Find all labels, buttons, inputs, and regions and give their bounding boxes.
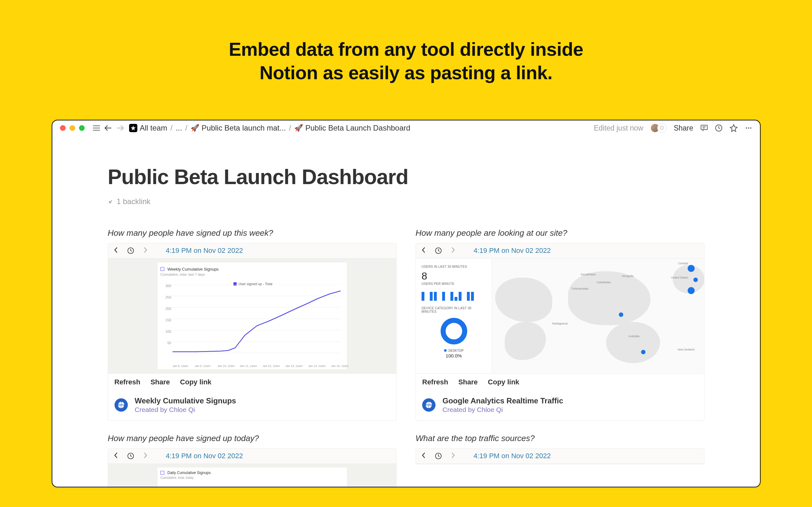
clock-icon[interactable] bbox=[127, 452, 134, 459]
daily-chart: Daily Cumulative Signups Cumulative, tot… bbox=[157, 467, 347, 487]
embed-prev-button[interactable] bbox=[113, 247, 119, 255]
embed-toolbar: 4:19 PM on Nov 02 2022 bbox=[108, 243, 397, 259]
embed-actions: Refresh Share Copy link bbox=[416, 373, 704, 391]
svg-rect-3 bbox=[701, 125, 707, 130]
embed-prev-button[interactable] bbox=[113, 452, 119, 460]
embed-weekly-signups: 4:19 PM on Nov 02 2022 Weekly Cumulative… bbox=[108, 243, 397, 421]
presence-avatars[interactable]: D bbox=[650, 123, 667, 133]
donut-chart bbox=[441, 318, 467, 344]
page-title: Public Beta Launch Dashboard bbox=[108, 165, 705, 189]
copy-link-button[interactable]: Copy link bbox=[180, 378, 212, 386]
forward-button[interactable] bbox=[116, 125, 124, 131]
section-title: How many people are looking at our site? bbox=[415, 228, 705, 238]
chart-title: Weekly Cumulative Signups bbox=[160, 267, 344, 272]
embed-toolbar: 4:19 PM on Nov 02 2022 bbox=[108, 449, 397, 464]
tool-icon bbox=[114, 398, 128, 412]
section-title: What are the top traffic sources? bbox=[415, 434, 705, 443]
embed-name: Weekly Cumulative Signups bbox=[135, 396, 236, 405]
favorite-icon[interactable] bbox=[729, 124, 738, 132]
svg-point-9 bbox=[750, 127, 751, 129]
breadcrumb-parent[interactable]: 🚀 Public Beta launch mat... bbox=[191, 124, 286, 132]
chart-subtitle: Cumulative, total, last 7 days bbox=[160, 273, 344, 276]
embed-toolbar: 4:19 PM on Nov 02 2022 bbox=[416, 243, 704, 259]
signups-line bbox=[172, 285, 341, 354]
analytics-device-pct: 100.0% bbox=[446, 353, 462, 358]
embed-prev-button[interactable] bbox=[420, 247, 427, 255]
analytics-label-users30: USERS IN LAST 30 MINUTES bbox=[421, 265, 486, 268]
clock-icon[interactable] bbox=[435, 247, 442, 254]
refresh-button[interactable]: Refresh bbox=[114, 378, 141, 386]
backlink-button[interactable]: 1 backlink bbox=[108, 197, 705, 206]
breadcrumb-team-label: All team bbox=[140, 124, 167, 132]
analytics-stats-card: USERS IN LAST 30 MINUTES 8 USERS PER MIN… bbox=[416, 259, 492, 373]
embed-analytics: 4:19 PM on Nov 02 2022 USERS IN LAST 30 … bbox=[415, 243, 705, 421]
analytics-map: Kazakhstan Uzbekistan Turkmenistan Mongo… bbox=[492, 259, 704, 373]
breadcrumb-parent-label: Public Beta launch mat... bbox=[202, 124, 286, 132]
svg-point-8 bbox=[748, 127, 749, 129]
edited-status: Edited just now bbox=[594, 124, 643, 132]
breadcrumb-team[interactable]: All team bbox=[129, 124, 167, 132]
embed-next-button[interactable] bbox=[450, 247, 456, 255]
minimize-window-button[interactable] bbox=[69, 125, 75, 131]
presence-initial: D bbox=[657, 123, 667, 133]
breadcrumb-current-label: Public Beta Launch Dashboard bbox=[305, 124, 410, 132]
section-title: How many people have signed up today? bbox=[108, 434, 397, 443]
embed-actions: Refresh Share Copy link bbox=[108, 373, 397, 391]
copy-link-button[interactable]: Copy link bbox=[488, 378, 519, 386]
headline-line-1: Embed data from any tool directly inside bbox=[229, 39, 583, 60]
analytics-label-perminute: USERS PER MINUTE bbox=[421, 282, 486, 285]
embed-timestamp[interactable]: 4:19 PM on Nov 02 2022 bbox=[473, 452, 551, 460]
zoom-window-button[interactable] bbox=[79, 125, 85, 131]
embed-creator: Created by Chloe Qi bbox=[135, 406, 236, 413]
tool-icon bbox=[422, 398, 436, 412]
embed-chart-area: Weekly Cumulative Signups Cumulative, to… bbox=[108, 259, 397, 373]
clock-icon[interactable] bbox=[435, 452, 442, 459]
embed-next-button[interactable] bbox=[142, 452, 149, 460]
embed-prev-button[interactable] bbox=[420, 452, 427, 460]
embed-footer: Google Analytics Realtime Traffic Create… bbox=[416, 391, 704, 420]
embed-name: Google Analytics Realtime Traffic bbox=[443, 396, 563, 405]
embed-footer: Weekly Cumulative Signups Created by Chl… bbox=[108, 391, 397, 420]
embed-daily-signups: 4:19 PM on Nov 02 2022 Daily Cumulative … bbox=[108, 448, 397, 487]
backlink-icon bbox=[108, 199, 113, 205]
app-window: All team / ... / 🚀 Public Beta launch ma… bbox=[52, 120, 761, 487]
team-icon bbox=[129, 124, 137, 132]
embed-timestamp[interactable]: 4:19 PM on Nov 02 2022 bbox=[166, 246, 243, 255]
clock-icon[interactable] bbox=[127, 247, 134, 254]
analytics-device-label: DESKTOP bbox=[444, 349, 464, 352]
close-window-button[interactable] bbox=[60, 125, 66, 131]
share-button[interactable]: Share bbox=[458, 378, 478, 386]
embed-toolbar: 4:19 PM on Nov 02 2022 bbox=[416, 449, 704, 464]
marketing-headline: Embed data from any tool directly inside… bbox=[0, 38, 812, 85]
updates-icon[interactable] bbox=[715, 124, 722, 132]
refresh-button[interactable]: Refresh bbox=[422, 378, 448, 386]
analytics-value-users30: 8 bbox=[421, 270, 486, 282]
svg-point-7 bbox=[746, 127, 747, 129]
share-button[interactable]: Share bbox=[150, 378, 170, 386]
back-button[interactable] bbox=[104, 125, 112, 131]
rocket-icon: 🚀 bbox=[294, 124, 303, 132]
page-body: Public Beta Launch Dashboard 1 backlink … bbox=[52, 136, 760, 487]
breadcrumb-parent-ellipsis[interactable]: ... bbox=[176, 124, 182, 132]
analytics-per-minute-bars bbox=[421, 289, 486, 301]
embed-timestamp[interactable]: 4:19 PM on Nov 02 2022 bbox=[166, 452, 243, 460]
breadcrumb-current[interactable]: 🚀 Public Beta Launch Dashboard bbox=[294, 124, 410, 132]
chart-title: Daily Cumulative Signups bbox=[160, 470, 344, 475]
analytics-label-device: DEVICE CATEGORY IN LAST 30 MINUTES bbox=[421, 306, 486, 314]
chart-subtitle: Cumulative, total, today bbox=[160, 476, 344, 480]
share-button[interactable]: Share bbox=[674, 124, 693, 132]
backlink-label: 1 backlink bbox=[117, 197, 151, 206]
sidebar-toggle-icon[interactable] bbox=[93, 125, 100, 131]
embed-next-button[interactable] bbox=[142, 247, 149, 255]
embed-traffic-sources: 4:19 PM on Nov 02 2022 bbox=[415, 448, 705, 464]
more-icon[interactable] bbox=[745, 124, 752, 132]
embed-creator: Created by Chloe Qi bbox=[443, 406, 563, 413]
embed-chart-area: USERS IN LAST 30 MINUTES 8 USERS PER MIN… bbox=[416, 259, 704, 373]
embed-timestamp[interactable]: 4:19 PM on Nov 02 2022 bbox=[473, 246, 551, 255]
embed-next-button[interactable] bbox=[450, 452, 456, 460]
titlebar: All team / ... / 🚀 Public Beta launch ma… bbox=[52, 120, 760, 136]
headline-line-2: Notion as easily as pasting a link. bbox=[259, 62, 553, 83]
embed-chart-area: Daily Cumulative Signups Cumulative, tot… bbox=[108, 464, 397, 487]
window-controls bbox=[60, 125, 85, 131]
comments-icon[interactable] bbox=[700, 124, 708, 132]
